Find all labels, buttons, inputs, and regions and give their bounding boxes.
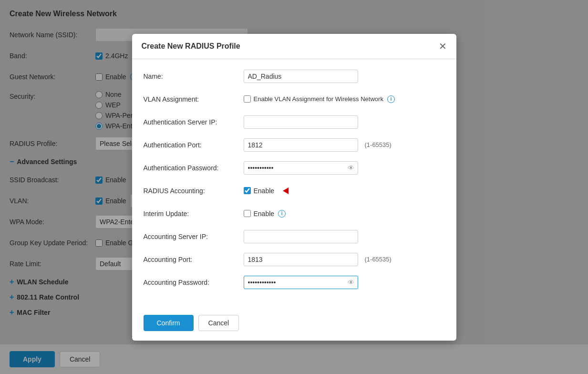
modal-accounting-server-ip-label: Accounting Server IP: xyxy=(144,233,244,240)
modal-auth-port-range: (1-65535) xyxy=(365,141,392,148)
modal-interim-update-enable-text: Enable xyxy=(254,210,275,218)
modal-auth-server-ip-input[interactable] xyxy=(244,115,358,129)
modal-footer: Confirm Cancel xyxy=(132,307,456,341)
modal-vlan-label: VLAN Assignment: xyxy=(144,95,244,103)
modal-radius-accounting-field: Enable xyxy=(244,187,445,195)
modal-accounting-port-range: (1-65535) xyxy=(365,256,392,263)
modal-vlan-enable-label[interactable]: Enable VLAN Assignment for Wireless Netw… xyxy=(244,95,383,103)
modal-interim-update-info-icon[interactable]: i xyxy=(278,210,286,218)
modal-auth-password-eye-icon[interactable]: 👁 xyxy=(348,164,354,172)
modal-accounting-port-field: (1-65535) xyxy=(244,253,445,266)
modal-auth-server-ip-label: Authentication Server IP: xyxy=(144,118,244,126)
modal-interim-update-field: Enable i xyxy=(244,210,445,218)
modal-radius-accounting-enable-text: Enable xyxy=(254,187,275,195)
modal-radius-accounting-arrow-icon xyxy=(283,187,289,194)
modal-vlan-enable-text: Enable VLAN Assignment for Wireless Netw… xyxy=(254,95,383,103)
modal-interim-update-label: Interim Update: xyxy=(144,210,244,218)
modal-header: Create New RADIUS Profile ✕ xyxy=(132,34,456,59)
modal-interim-update-enable-label[interactable]: Enable xyxy=(244,210,275,218)
modal-auth-server-ip-row: Authentication Server IP: xyxy=(144,114,445,130)
modal-auth-port-field: (1-65535) xyxy=(244,138,445,152)
modal-auth-password-row: Authentication Password: 👁 xyxy=(144,160,445,176)
modal-auth-password-input[interactable] xyxy=(244,161,358,175)
modal-accounting-port-input[interactable] xyxy=(244,253,358,266)
modal-radius-accounting-enable-label[interactable]: Enable xyxy=(244,187,275,195)
modal-vlan-info-icon[interactable]: i xyxy=(387,95,395,103)
modal-auth-port-label: Authentication Port: xyxy=(144,141,244,149)
modal-accounting-password-field: 👁 xyxy=(244,276,445,289)
confirm-button[interactable]: Confirm xyxy=(144,315,194,331)
modal-body: Name: VLAN Assignment: Enable VLAN Assig… xyxy=(132,59,456,307)
modal-name-row: Name: xyxy=(144,69,445,84)
modal-auth-port-input[interactable] xyxy=(244,138,358,152)
modal-vlan-row: VLAN Assignment: Enable VLAN Assignment … xyxy=(144,92,445,107)
modal-accounting-password-label: Accounting Password: xyxy=(144,279,244,286)
modal-auth-port-row: Authentication Port: (1-65535) xyxy=(144,137,445,153)
modal-accounting-server-ip-row: Accounting Server IP: xyxy=(144,229,445,244)
modal-accounting-password-eye-icon[interactable]: 👁 xyxy=(348,279,354,286)
modal-vlan-checkbox[interactable] xyxy=(244,95,251,103)
modal-accounting-password-row: Accounting Password: 👁 xyxy=(144,275,445,290)
modal-auth-password-field: 👁 xyxy=(244,161,445,175)
modal-interim-update-row: Interim Update: Enable i xyxy=(144,206,445,221)
modal-accounting-server-ip-input[interactable] xyxy=(244,230,358,243)
modal-vlan-field: Enable VLAN Assignment for Wireless Netw… xyxy=(244,95,445,103)
modal-overlay: Create New RADIUS Profile ✕ Name: VLAN A… xyxy=(0,0,588,374)
radius-modal: Create New RADIUS Profile ✕ Name: VLAN A… xyxy=(132,34,456,341)
modal-accounting-password-input[interactable] xyxy=(244,276,358,289)
modal-interim-update-checkbox[interactable] xyxy=(244,210,251,217)
modal-auth-server-ip-field xyxy=(244,115,445,129)
modal-auth-password-label: Authentication Password: xyxy=(144,164,244,172)
modal-cancel-button[interactable]: Cancel xyxy=(198,315,239,331)
modal-accounting-port-label: Accounting Port: xyxy=(144,256,244,263)
modal-name-field xyxy=(244,70,445,83)
modal-accounting-port-row: Accounting Port: (1-65535) xyxy=(144,252,445,267)
modal-radius-accounting-checkbox[interactable] xyxy=(244,187,251,194)
modal-radius-accounting-row: RADIUS Accounting: Enable xyxy=(144,183,445,198)
modal-title: Create New RADIUS Profile xyxy=(142,42,240,51)
modal-name-label: Name: xyxy=(144,73,244,80)
modal-accounting-server-ip-field xyxy=(244,230,445,243)
modal-auth-password-wrap: 👁 xyxy=(244,161,358,175)
modal-name-input[interactable] xyxy=(244,70,358,83)
modal-radius-accounting-label: RADIUS Accounting: xyxy=(144,187,244,195)
modal-accounting-password-wrap: 👁 xyxy=(244,276,358,289)
modal-close-button[interactable]: ✕ xyxy=(439,42,447,51)
